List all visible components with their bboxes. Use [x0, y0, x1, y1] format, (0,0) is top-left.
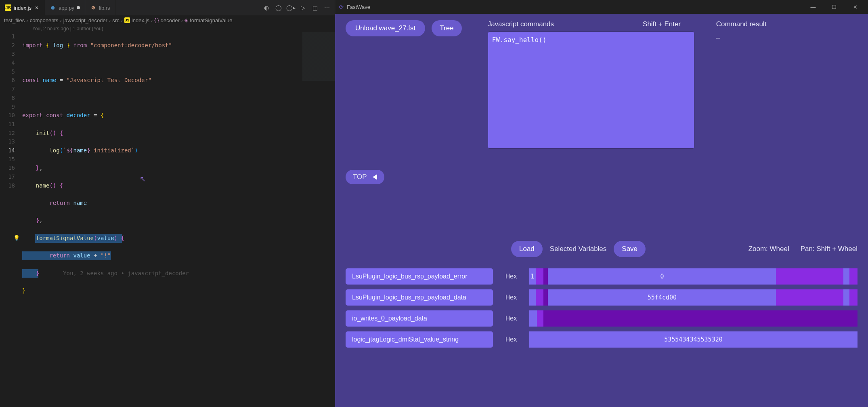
variables-toolbar: Load Selected Variables Save Zoom: Wheel… [346, 241, 858, 257]
editor-pane: JS index.js × ⬣ app.py ⚙ lib.rs ◐ ◯ ◯▸ ▷… [0, 0, 335, 407]
tab-label: app.py [59, 5, 74, 11]
close-icon[interactable]: × [34, 5, 40, 11]
compare-icon[interactable]: ◐ [263, 4, 270, 11]
save-button[interactable]: Save [614, 241, 646, 257]
signal-waveform[interactable]: 5355434345535320 [529, 331, 858, 348]
app-icon: ⟳ [339, 4, 344, 10]
triangle-left-icon [373, 174, 377, 180]
breadcrumb-segment[interactable]: javascript_decoder [63, 17, 107, 23]
signal-format[interactable]: Hex [497, 310, 525, 327]
js-file-icon: JS [5, 4, 11, 11]
split-editor-icon[interactable]: ◫ [311, 4, 319, 11]
command-result-label: Command result [716, 20, 767, 28]
code-editor[interactable]: 1234 5678 9101112 13141516 1718 import {… [0, 32, 335, 407]
wave-segment [776, 268, 843, 285]
wave-segment [543, 289, 548, 306]
wave-segment [536, 289, 544, 306]
wave-segment: 55f4cd00 [548, 289, 776, 306]
tree-button[interactable]: Tree [432, 20, 461, 36]
breadcrumb[interactable]: test_files› components› javascript_decod… [0, 15, 335, 25]
wave-segment [536, 268, 544, 285]
signal-row[interactable]: LsuPlugin_logic_bus_rsp_payload_errorHex… [346, 268, 858, 285]
breadcrumb-segment[interactable]: decoder [161, 17, 180, 23]
run-icon[interactable]: ▷ [299, 4, 306, 11]
wave-segment: 0 [548, 268, 776, 285]
breadcrumb-segment[interactable]: src [112, 17, 119, 23]
breadcrumb-segment[interactable]: components [30, 17, 59, 23]
signal-row[interactable]: logic_jtagLogic_dmiStat_value_stringHex5… [346, 331, 858, 348]
signal-waveform[interactable] [529, 310, 858, 327]
wave-segment [537, 310, 543, 327]
run-step-icon[interactable]: ◯▸ [287, 4, 294, 11]
signal-name[interactable]: LsuPlugin_logic_bus_rsp_payload_error [346, 268, 493, 285]
symbol-method-icon: ◈ [185, 17, 188, 23]
symbol-object-icon: { } [154, 17, 159, 23]
tab-label: index.js [14, 5, 31, 11]
zoom-hint: Zoom: Wheel [748, 245, 789, 253]
dirty-indicator-icon [77, 6, 80, 9]
js-commands-input[interactable] [488, 32, 694, 149]
signal-format[interactable]: Hex [497, 268, 525, 285]
lightbulb-icon[interactable]: 💡 [13, 234, 20, 242]
signal-waveform[interactable]: 55f4cd00 [529, 289, 858, 306]
rust-file-icon: ⚙ [90, 4, 96, 11]
signal-row[interactable]: LsuPlugin_logic_bus_rsp_payload_dataHex5… [346, 289, 858, 306]
mouse-cursor-icon: ↖ [140, 175, 146, 183]
app-title: FastWave [347, 4, 370, 10]
tab-actions: ◐ ◯ ◯▸ ▷ ◫ ⋯ [263, 4, 335, 11]
wave-segment [843, 268, 850, 285]
wave-segment: 1 [529, 268, 536, 285]
code-content[interactable]: import { log } from "component:decoder/h… [22, 32, 335, 407]
js-commands-hint: Shift + Enter [643, 20, 681, 28]
signal-name[interactable]: io_writes_0_payload_data [346, 310, 493, 327]
inline-git-blame: You, 2 weeks ago • javascript_decoder [63, 270, 189, 276]
signal-format[interactable]: Hex [497, 289, 525, 306]
signal-name[interactable]: LsuPlugin_logic_bus_rsp_payload_data [346, 289, 493, 306]
tab-app-py[interactable]: ⬣ app.py [45, 0, 85, 15]
line-number-gutter: 1234 5678 9101112 13141516 1718 [0, 32, 22, 407]
tab-bar: JS index.js × ⬣ app.py ⚙ lib.rs ◐ ◯ ◯▸ ▷… [0, 0, 335, 15]
unload-button[interactable]: Unload wave_27.fst [346, 20, 425, 36]
load-button[interactable]: Load [511, 241, 543, 257]
wave-segment [776, 289, 843, 306]
signal-row[interactable]: io_writes_0_payload_dataHex [346, 310, 858, 327]
wave-segment [849, 268, 858, 285]
minimize-icon[interactable]: ― [804, 4, 822, 10]
breadcrumb-segment[interactable]: index.js [132, 17, 149, 23]
fastwave-titlebar: ⟳ FastWave ― ☐ ✕ [335, 0, 868, 14]
maximize-icon[interactable]: ☐ [825, 4, 843, 10]
more-icon[interactable]: ⋯ [323, 4, 331, 11]
signal-format[interactable]: Hex [497, 331, 525, 348]
close-icon[interactable]: ✕ [846, 4, 864, 10]
wave-segment [529, 310, 537, 327]
breadcrumb-segment[interactable]: test_files [4, 17, 25, 23]
wave-segment [543, 268, 548, 285]
pan-hint: Pan: Shift + Wheel [801, 245, 858, 253]
wave-segment: 5355434345535320 [529, 331, 858, 348]
python-file-icon: ⬣ [50, 4, 56, 11]
js-commands-label: Javascript commands [488, 20, 554, 28]
top-scope-button[interactable]: TOP [346, 170, 384, 184]
signal-name[interactable]: logic_jtagLogic_dmiStat_value_string [346, 331, 493, 348]
fastwave-pane: ⟳ FastWave ― ☐ ✕ Unload wave_27.fst Tree… [335, 0, 868, 407]
wave-segment [529, 289, 536, 306]
tab-label: lib.rs [99, 5, 110, 11]
selected-variables-label: Selected Variables [550, 245, 607, 253]
tab-lib-rs[interactable]: ⚙ lib.rs [85, 0, 115, 15]
signal-waveform[interactable]: 10 [529, 268, 858, 285]
tab-index-js[interactable]: JS index.js × [0, 0, 45, 15]
wave-segment [843, 289, 850, 306]
git-blame-header: You, 2 hours ago | 1 author (You) [0, 25, 335, 32]
wave-segment [849, 289, 858, 306]
signal-table: LsuPlugin_logic_bus_rsp_payload_errorHex… [346, 268, 858, 348]
command-result-value: – [716, 32, 767, 42]
js-file-icon: JS [124, 17, 130, 23]
wave-segment [543, 310, 858, 327]
top-scope-label: TOP [353, 173, 367, 181]
breadcrumb-segment[interactable]: formatSignalValue [190, 17, 232, 23]
run-back-icon[interactable]: ◯ [275, 4, 282, 11]
